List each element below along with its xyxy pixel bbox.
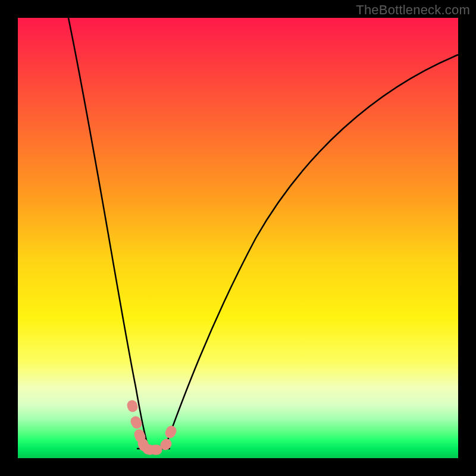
marker-dot	[148, 449, 150, 450]
watermark-text: TheBottleneck.com	[356, 2, 470, 18]
curve-group	[68, 18, 458, 449]
chart-frame: TheBottleneck.com	[0, 0, 476, 476]
marker-dot	[143, 443, 144, 446]
marker-group	[132, 405, 171, 450]
bottleneck-curve-right	[165, 55, 458, 446]
marker-dot	[165, 444, 167, 445]
bottleneck-curve-left	[68, 18, 149, 449]
marker-dot	[136, 421, 137, 424]
marker-dot	[139, 434, 140, 437]
chart-overlay	[18, 18, 458, 458]
marker-dot	[132, 405, 133, 407]
marker-dot	[170, 431, 171, 433]
